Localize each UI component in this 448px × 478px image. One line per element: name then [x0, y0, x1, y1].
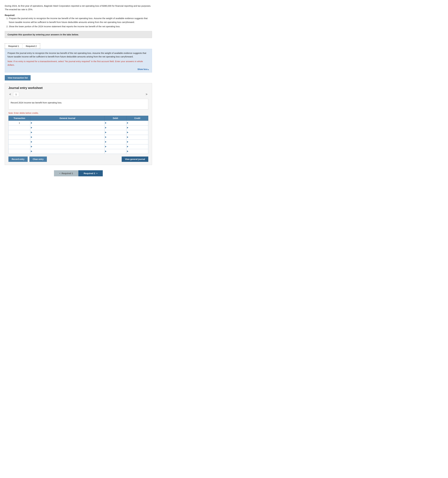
table-row	[9, 144, 148, 149]
next-page-button[interactable]: >	[145, 92, 148, 96]
debit-input[interactable]	[105, 121, 126, 125]
dropdown-triangle-icon	[31, 127, 32, 129]
debit-cell[interactable]	[105, 125, 126, 130]
debit-cell[interactable]	[105, 149, 126, 154]
page-number-box: 1	[13, 92, 19, 97]
debit-input[interactable]	[105, 135, 126, 139]
col-header-credit: Credit	[126, 116, 148, 120]
tab-required1[interactable]: Required 1	[5, 44, 23, 49]
debit-input[interactable]	[105, 130, 126, 135]
credit-cell[interactable]	[126, 120, 148, 125]
debit-cell[interactable]	[105, 120, 126, 125]
general-journal-cell[interactable]	[30, 144, 105, 149]
general-journal-input[interactable]	[30, 121, 104, 125]
general-journal-input[interactable]	[30, 149, 104, 154]
trans-num-cell	[9, 135, 30, 139]
show-less-arrow: ▲	[148, 69, 149, 70]
credit-input[interactable]	[126, 121, 148, 125]
credit-cell[interactable]	[126, 144, 148, 149]
tab-required2[interactable]: Required 2	[23, 44, 40, 49]
debit-triangle-icon	[105, 146, 106, 147]
clear-entry-button[interactable]: Clear entry	[29, 157, 47, 162]
journal-description-text: Record 2024 income tax benefit from oper…	[11, 101, 62, 104]
general-journal-cell[interactable]	[30, 125, 105, 130]
credit-triangle-icon	[127, 136, 128, 138]
table-row	[9, 130, 148, 135]
credit-cell[interactable]	[126, 125, 148, 130]
tab-description: Prepare the journal entry to recognize t…	[7, 51, 149, 58]
journal-title: Journal entry worksheet	[8, 86, 148, 90]
dropdown-triangle-icon	[31, 136, 32, 138]
credit-input[interactable]	[126, 130, 148, 135]
prev-page-button[interactable]: <	[8, 92, 12, 96]
debit-input[interactable]	[105, 140, 126, 144]
credit-triangle-icon	[127, 151, 128, 152]
debit-cell[interactable]	[105, 130, 126, 135]
debit-triangle-icon	[105, 136, 106, 138]
credit-input[interactable]	[126, 145, 148, 149]
credit-input[interactable]	[126, 126, 148, 130]
chevron-right-icon: >	[96, 172, 98, 174]
trans-num-cell: 1	[9, 120, 30, 125]
general-journal-input[interactable]	[30, 126, 104, 130]
debit-triangle-icon	[105, 141, 106, 143]
nav-left: < 1	[8, 92, 19, 97]
credit-cell[interactable]	[126, 135, 148, 139]
credit-triangle-icon	[127, 132, 128, 133]
required-header: Required:	[5, 14, 15, 16]
show-less-btn[interactable]: Show less▲	[7, 68, 149, 71]
view-transaction-list-button[interactable]: View transaction list	[5, 75, 31, 81]
credit-cell[interactable]	[126, 139, 148, 144]
tab-content-area: Prepare the journal entry to recognize t…	[5, 49, 152, 72]
bottom-nav-req1-label: Required 1	[62, 172, 73, 175]
required-item-2: Show the lower portion of the 2024 incom…	[9, 25, 152, 28]
required-section: Required: Prepare the journal entry to r…	[5, 14, 152, 28]
dropdown-triangle-icon	[31, 141, 32, 143]
bottom-nav-required2-button[interactable]: Required 2 >	[78, 170, 103, 176]
debit-cell[interactable]	[105, 135, 126, 139]
general-journal-cell[interactable]	[30, 139, 105, 144]
journal-description-box: Record 2024 income tax benefit from oper…	[8, 99, 148, 109]
general-journal-cell[interactable]	[30, 149, 105, 154]
credit-input[interactable]	[126, 135, 148, 139]
general-journal-cell[interactable]	[30, 130, 105, 135]
journal-worksheet: Journal entry worksheet < 1 > Record 202…	[5, 83, 152, 165]
credit-triangle-icon	[127, 146, 128, 147]
general-journal-input[interactable]	[30, 135, 104, 139]
bottom-nav-req2-label: Required 2	[84, 172, 95, 175]
credit-triangle-icon	[127, 141, 128, 143]
credit-cell[interactable]	[126, 149, 148, 154]
debit-cell[interactable]	[105, 144, 126, 149]
bottom-nav-required1-button[interactable]: < Required 1	[54, 170, 78, 176]
general-journal-input[interactable]	[30, 130, 104, 135]
credit-input[interactable]	[126, 140, 148, 144]
tabs-container: Required 1 Required 2	[5, 43, 40, 49]
table-row	[9, 139, 148, 144]
debit-input[interactable]	[105, 145, 126, 149]
record-entry-button[interactable]: Record entry	[8, 157, 28, 162]
view-general-journal-button[interactable]: View general journal	[122, 157, 148, 162]
nav-row: < 1 >	[8, 92, 148, 97]
instruction-box: Complete this question by entering your …	[5, 31, 152, 38]
note-debits: Note: Enter debits before credits.	[8, 112, 148, 114]
col-header-general-journal: General Journal	[30, 116, 105, 120]
table-row	[9, 125, 148, 130]
trans-num-cell	[9, 125, 30, 130]
required-item-1: Prepare the journal entry to recognize t…	[9, 16, 152, 24]
note-red: Note: If no entry is required for a tran…	[7, 60, 149, 67]
dropdown-triangle-icon	[31, 151, 32, 152]
general-journal-input[interactable]	[30, 140, 104, 144]
table-row: 1	[9, 120, 148, 125]
general-journal-cell[interactable]	[30, 120, 105, 125]
credit-input[interactable]	[126, 149, 148, 154]
col-header-debit: Debit	[105, 116, 126, 120]
credit-cell[interactable]	[126, 130, 148, 135]
journal-table: Transaction General Journal Debit Credit…	[8, 116, 148, 154]
general-journal-input[interactable]	[30, 145, 104, 149]
debit-input[interactable]	[105, 126, 126, 130]
debit-cell[interactable]	[105, 139, 126, 144]
general-journal-cell[interactable]	[30, 135, 105, 139]
table-row	[9, 135, 148, 139]
debit-input[interactable]	[105, 149, 126, 154]
trans-num-cell	[9, 139, 30, 144]
